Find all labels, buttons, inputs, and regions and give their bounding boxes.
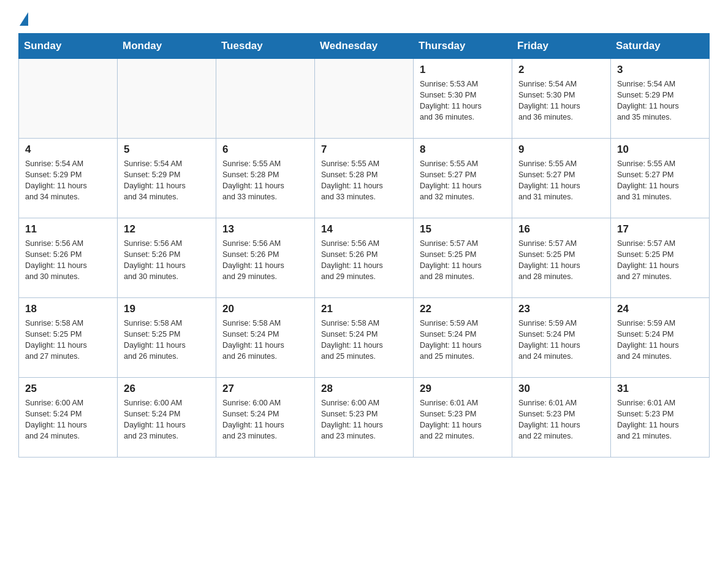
day-info: Sunrise: 6:01 AMSunset: 5:23 PMDaylight:… — [420, 397, 506, 442]
calendar-day-cell: 13Sunrise: 5:56 AMSunset: 5:26 PMDayligh… — [216, 218, 315, 298]
day-info: Sunrise: 5:55 AMSunset: 5:28 PMDaylight:… — [222, 158, 308, 203]
day-number: 14 — [321, 223, 407, 236]
day-info: Sunrise: 6:00 AMSunset: 5:24 PMDaylight:… — [222, 397, 308, 442]
calendar-header-sunday: Sunday — [19, 34, 118, 59]
day-info: Sunrise: 5:56 AMSunset: 5:26 PMDaylight:… — [222, 238, 308, 283]
calendar-header-monday: Monday — [118, 34, 216, 59]
calendar-day-cell: 19Sunrise: 5:58 AMSunset: 5:25 PMDayligh… — [118, 298, 216, 378]
calendar-week-row: 1Sunrise: 5:53 AMSunset: 5:30 PMDaylight… — [19, 59, 710, 139]
calendar-day-cell: 27Sunrise: 6:00 AMSunset: 5:24 PMDayligh… — [216, 378, 315, 458]
day-info: Sunrise: 6:00 AMSunset: 5:24 PMDaylight:… — [124, 397, 210, 442]
calendar-day-cell: 17Sunrise: 5:57 AMSunset: 5:25 PMDayligh… — [611, 218, 710, 298]
day-number: 16 — [518, 223, 604, 236]
calendar-day-cell: 24Sunrise: 5:59 AMSunset: 5:24 PMDayligh… — [611, 298, 710, 378]
day-number: 15 — [420, 223, 506, 236]
calendar-week-row: 25Sunrise: 6:00 AMSunset: 5:24 PMDayligh… — [19, 378, 710, 458]
calendar-header-saturday: Saturday — [611, 34, 710, 59]
day-number: 6 — [222, 144, 308, 156]
logo-triangle-icon — [20, 12, 28, 26]
calendar-day-cell: 31Sunrise: 6:01 AMSunset: 5:23 PMDayligh… — [611, 378, 710, 458]
day-number: 9 — [518, 144, 604, 156]
calendar-week-row: 11Sunrise: 5:56 AMSunset: 5:26 PMDayligh… — [19, 218, 710, 298]
day-number: 19 — [124, 303, 210, 315]
calendar-day-cell: 21Sunrise: 5:58 AMSunset: 5:24 PMDayligh… — [315, 298, 414, 378]
calendar-day-cell: 25Sunrise: 6:00 AMSunset: 5:24 PMDayligh… — [19, 378, 118, 458]
logo — [18, 12, 28, 22]
calendar-day-cell: 22Sunrise: 5:59 AMSunset: 5:24 PMDayligh… — [414, 298, 512, 378]
day-number: 24 — [617, 303, 703, 315]
calendar-table: SundayMondayTuesdayWednesdayThursdayFrid… — [18, 33, 710, 458]
page-header — [18, 12, 710, 22]
day-info: Sunrise: 6:00 AMSunset: 5:24 PMDaylight:… — [25, 397, 111, 442]
day-info: Sunrise: 5:55 AMSunset: 5:28 PMDaylight:… — [321, 158, 407, 203]
day-number: 25 — [25, 383, 111, 395]
calendar-day-cell: 1Sunrise: 5:53 AMSunset: 5:30 PMDaylight… — [414, 59, 512, 139]
day-info: Sunrise: 5:54 AMSunset: 5:30 PMDaylight:… — [518, 79, 604, 123]
calendar-day-cell: 11Sunrise: 5:56 AMSunset: 5:26 PMDayligh… — [19, 218, 118, 298]
calendar-day-cell: 6Sunrise: 5:55 AMSunset: 5:28 PMDaylight… — [216, 139, 315, 218]
day-info: Sunrise: 5:58 AMSunset: 5:24 PMDaylight:… — [321, 318, 407, 362]
day-info: Sunrise: 6:00 AMSunset: 5:23 PMDaylight:… — [321, 397, 407, 442]
day-info: Sunrise: 5:56 AMSunset: 5:26 PMDaylight:… — [124, 238, 210, 283]
calendar-header-friday: Friday — [512, 34, 611, 59]
calendar-day-cell: 3Sunrise: 5:54 AMSunset: 5:29 PMDaylight… — [611, 59, 710, 139]
day-number: 11 — [25, 223, 111, 236]
day-number: 2 — [518, 64, 604, 76]
day-number: 31 — [617, 383, 703, 395]
calendar-day-cell: 14Sunrise: 5:56 AMSunset: 5:26 PMDayligh… — [315, 218, 414, 298]
day-info: Sunrise: 6:01 AMSunset: 5:23 PMDaylight:… — [617, 397, 703, 442]
calendar-day-cell: 2Sunrise: 5:54 AMSunset: 5:30 PMDaylight… — [512, 59, 611, 139]
day-number: 30 — [518, 383, 604, 395]
calendar-day-cell: 26Sunrise: 6:00 AMSunset: 5:24 PMDayligh… — [118, 378, 216, 458]
day-number: 10 — [617, 144, 703, 156]
day-info: Sunrise: 5:57 AMSunset: 5:25 PMDaylight:… — [420, 238, 506, 283]
day-info: Sunrise: 5:54 AMSunset: 5:29 PMDaylight:… — [25, 158, 111, 203]
day-number: 27 — [222, 383, 308, 395]
day-info: Sunrise: 5:55 AMSunset: 5:27 PMDaylight:… — [518, 158, 604, 203]
calendar-week-row: 18Sunrise: 5:58 AMSunset: 5:25 PMDayligh… — [19, 298, 710, 378]
calendar-header-tuesday: Tuesday — [216, 34, 315, 59]
calendar-day-cell: 16Sunrise: 5:57 AMSunset: 5:25 PMDayligh… — [512, 218, 611, 298]
calendar-day-cell: 23Sunrise: 5:59 AMSunset: 5:24 PMDayligh… — [512, 298, 611, 378]
calendar-day-cell: 28Sunrise: 6:00 AMSunset: 5:23 PMDayligh… — [315, 378, 414, 458]
day-number: 22 — [420, 303, 506, 315]
calendar-day-cell: 4Sunrise: 5:54 AMSunset: 5:29 PMDaylight… — [19, 139, 118, 218]
day-number: 13 — [222, 223, 308, 236]
day-number: 18 — [25, 303, 111, 315]
day-number: 4 — [25, 144, 111, 156]
day-info: Sunrise: 5:57 AMSunset: 5:25 PMDaylight:… — [617, 238, 703, 283]
day-info: Sunrise: 5:58 AMSunset: 5:25 PMDaylight:… — [124, 318, 210, 362]
calendar-day-cell: 7Sunrise: 5:55 AMSunset: 5:28 PMDaylight… — [315, 139, 414, 218]
day-number: 26 — [124, 383, 210, 395]
day-info: Sunrise: 5:58 AMSunset: 5:25 PMDaylight:… — [25, 318, 111, 362]
calendar-day-cell: 10Sunrise: 5:55 AMSunset: 5:27 PMDayligh… — [611, 139, 710, 218]
day-info: Sunrise: 6:01 AMSunset: 5:23 PMDaylight:… — [518, 397, 604, 442]
day-info: Sunrise: 5:59 AMSunset: 5:24 PMDaylight:… — [420, 318, 506, 362]
day-number: 17 — [617, 223, 703, 236]
calendar-day-cell: 9Sunrise: 5:55 AMSunset: 5:27 PMDaylight… — [512, 139, 611, 218]
day-number: 5 — [124, 144, 210, 156]
calendar-day-cell: 12Sunrise: 5:56 AMSunset: 5:26 PMDayligh… — [118, 218, 216, 298]
calendar-day-cell — [19, 59, 118, 139]
calendar-header-thursday: Thursday — [414, 34, 512, 59]
day-number: 12 — [124, 223, 210, 236]
calendar-week-row: 4Sunrise: 5:54 AMSunset: 5:29 PMDaylight… — [19, 139, 710, 218]
day-info: Sunrise: 5:55 AMSunset: 5:27 PMDaylight:… — [617, 158, 703, 203]
calendar-day-cell: 29Sunrise: 6:01 AMSunset: 5:23 PMDayligh… — [414, 378, 512, 458]
calendar-day-cell: 20Sunrise: 5:58 AMSunset: 5:24 PMDayligh… — [216, 298, 315, 378]
day-info: Sunrise: 5:53 AMSunset: 5:30 PMDaylight:… — [420, 79, 506, 123]
day-info: Sunrise: 5:59 AMSunset: 5:24 PMDaylight:… — [617, 318, 703, 362]
day-number: 28 — [321, 383, 407, 395]
day-number: 1 — [420, 64, 506, 76]
day-info: Sunrise: 5:57 AMSunset: 5:25 PMDaylight:… — [518, 238, 604, 283]
calendar-day-cell: 5Sunrise: 5:54 AMSunset: 5:29 PMDaylight… — [118, 139, 216, 218]
calendar-day-cell: 18Sunrise: 5:58 AMSunset: 5:25 PMDayligh… — [19, 298, 118, 378]
calendar-day-cell — [315, 59, 414, 139]
day-info: Sunrise: 5:54 AMSunset: 5:29 PMDaylight:… — [617, 79, 703, 123]
calendar-header-row: SundayMondayTuesdayWednesdayThursdayFrid… — [19, 34, 710, 59]
day-number: 3 — [617, 64, 703, 76]
day-number: 7 — [321, 144, 407, 156]
day-number: 21 — [321, 303, 407, 315]
day-number: 29 — [420, 383, 506, 395]
day-info: Sunrise: 5:56 AMSunset: 5:26 PMDaylight:… — [25, 238, 111, 283]
